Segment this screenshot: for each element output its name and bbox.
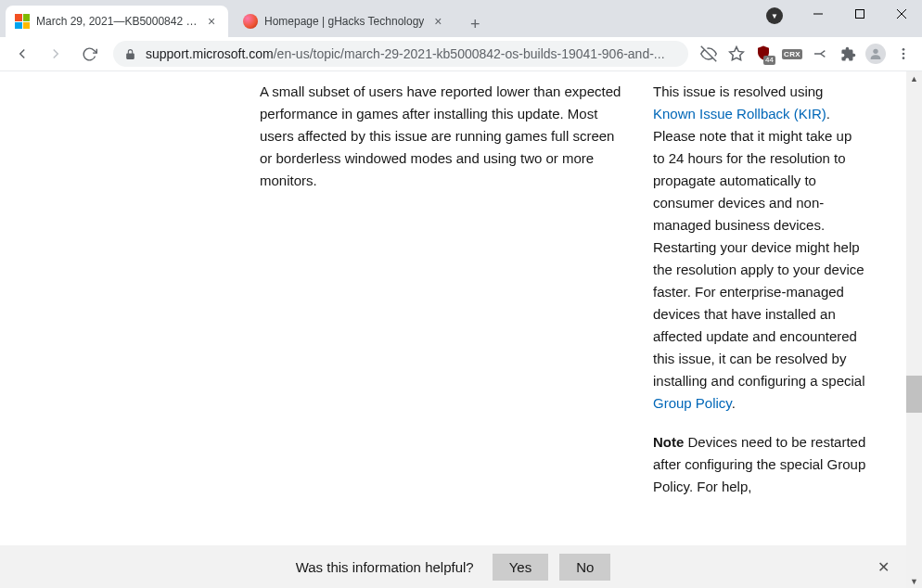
svg-point-9 [903, 57, 905, 59]
back-button[interactable] [7, 39, 37, 69]
kebab-menu-icon[interactable] [892, 43, 915, 65]
article-left-column: A small subset of users have reported lo… [260, 81, 634, 545]
ublock-extension-icon[interactable]: 44 [753, 43, 775, 65]
note-label: Note [653, 434, 684, 450]
eye-off-icon[interactable] [698, 43, 720, 65]
maximize-button[interactable] [839, 0, 880, 28]
tab-1[interactable]: Homepage | gHacks Technology × [234, 6, 455, 37]
known-issue-rollback-link[interactable]: Known Issue Rollback (KIR) [653, 106, 826, 121]
browser-toolbar: support.microsoft.com/en-us/topic/march-… [0, 37, 922, 71]
feedback-bar: Was this information helpful? Yes No ✕ [0, 545, 906, 588]
svg-point-6 [873, 49, 877, 54]
tab-title: Homepage | gHacks Technology [264, 15, 424, 28]
microsoft-favicon [15, 14, 30, 29]
scissor-extension-icon[interactable] [809, 43, 831, 65]
reload-button[interactable] [74, 39, 104, 69]
vertical-scrollbar[interactable]: ▲ ▼ [906, 71, 922, 588]
extensions-row: 44 CRX [698, 43, 915, 65]
article-right-column: This issue is resolved using Known Issue… [653, 81, 866, 545]
lock-icon [124, 48, 136, 60]
extensions-puzzle-icon[interactable] [837, 43, 859, 65]
browser-tabstrip: March 29, 2021—KB5000842 (OS × Homepage … [0, 0, 922, 37]
scroll-down-arrow-icon[interactable]: ▼ [909, 576, 919, 586]
svg-point-8 [903, 53, 905, 56]
article-paragraph: This issue is resolved using Known Issue… [653, 81, 866, 415]
window-controls [797, 0, 922, 28]
tab-title: March 29, 2021—KB5000842 (OS [36, 15, 198, 28]
article-note-paragraph: Note Devices need to be restarted after … [653, 431, 866, 498]
close-icon[interactable]: ✕ [877, 558, 890, 576]
article-paragraph: A small subset of users have reported lo… [260, 81, 625, 192]
scroll-up-arrow-icon[interactable]: ▲ [909, 73, 919, 83]
close-icon[interactable]: × [204, 14, 219, 29]
minimize-button[interactable] [797, 0, 839, 28]
scrollbar-thumb[interactable] [906, 376, 922, 413]
address-bar[interactable]: support.microsoft.com/en-us/topic/march-… [113, 41, 688, 67]
ghacks-favicon [243, 14, 258, 29]
notification-badge-icon[interactable]: ▼ [766, 7, 783, 24]
bookmark-star-icon[interactable] [725, 43, 748, 65]
close-icon[interactable]: × [430, 14, 445, 29]
svg-marker-5 [730, 47, 744, 60]
feedback-question: Was this information helpful? [296, 559, 474, 575]
feedback-yes-button[interactable]: Yes [493, 554, 548, 581]
url-text: support.microsoft.com/en-us/topic/march-… [146, 46, 677, 61]
tab-0[interactable]: March 29, 2021—KB5000842 (OS × [6, 6, 228, 37]
page-content: A small subset of users have reported lo… [0, 71, 922, 545]
group-policy-link[interactable]: Group Policy [653, 395, 732, 411]
new-tab-button[interactable]: + [462, 11, 488, 37]
feedback-no-button[interactable]: No [559, 554, 610, 581]
svg-point-7 [903, 48, 905, 51]
forward-button[interactable] [41, 39, 70, 69]
close-window-button[interactable] [880, 0, 922, 28]
profile-avatar-icon[interactable] [864, 43, 887, 65]
svg-rect-1 [855, 10, 864, 19]
crx-extension-icon[interactable]: CRX [781, 43, 803, 65]
